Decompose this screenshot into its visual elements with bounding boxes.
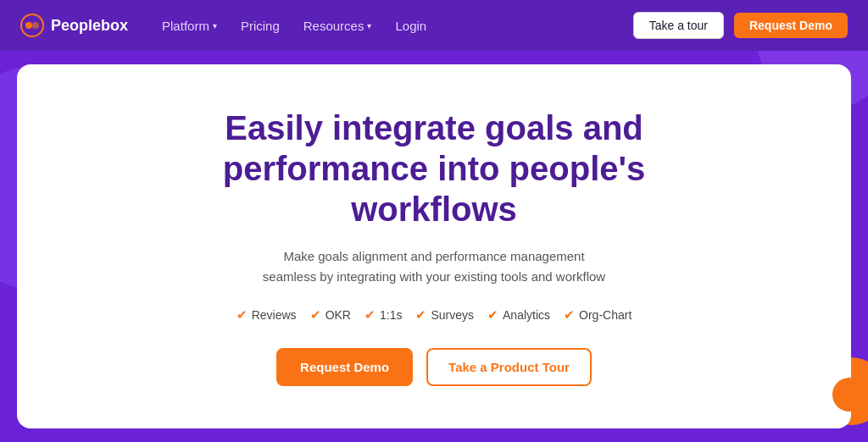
logo-icon [20,14,44,37]
feature-analytics: ✔ Analytics [487,307,550,323]
chevron-down-icon: ▾ [367,21,371,30]
check-icon: ✔ [364,307,376,323]
feature-reviews: ✔ Reviews [236,307,297,323]
check-icon: ✔ [564,307,575,323]
product-tour-button[interactable]: Take a Product Tour [426,348,592,386]
request-demo-nav-button[interactable]: Request Demo [734,13,848,38]
check-icon: ✔ [310,307,321,323]
nav-login[interactable]: Login [395,19,426,33]
hero-title: Easily integrate goals and performance i… [137,108,731,229]
decorative-circle [832,378,851,412]
hero-subtitle: Make goals alignment and performance man… [263,246,605,287]
request-demo-button[interactable]: Request Demo [276,348,413,386]
hero-card: Easily integrate goals and performance i… [17,64,851,428]
nav-platform[interactable]: Platform ▾ [162,19,217,33]
chevron-down-icon: ▾ [213,21,217,30]
nav-pricing[interactable]: Pricing [241,19,280,33]
check-icon: ✔ [487,307,498,323]
nav-actions: Take a tour Request Demo [633,12,848,39]
feature-org-chart: ✔ Org-Chart [564,307,632,323]
nav-resources[interactable]: Resources ▾ [303,19,372,33]
nav-links: Platform ▾ Pricing Resources ▾ Login [162,19,633,33]
svg-point-2 [32,22,39,29]
feature-okr: ✔ OKR [310,307,351,323]
check-icon: ✔ [236,307,248,323]
check-icon: ✔ [415,307,426,323]
feature-1on1s: ✔ 1:1s [364,307,402,323]
features-row: ✔ Reviews ✔ OKR ✔ 1:1s ✔ Surveys ✔ Analy… [236,307,632,323]
brand-name: Peoplebox [51,17,128,35]
cta-row: Request Demo Take a Product Tour [276,348,592,386]
navbar: Peoplebox Platform ▾ Pricing Resources ▾… [0,0,868,51]
svg-point-1 [25,22,32,29]
logo[interactable]: Peoplebox [20,14,128,37]
feature-surveys: ✔ Surveys [415,307,474,323]
take-tour-button[interactable]: Take a tour [633,12,724,39]
